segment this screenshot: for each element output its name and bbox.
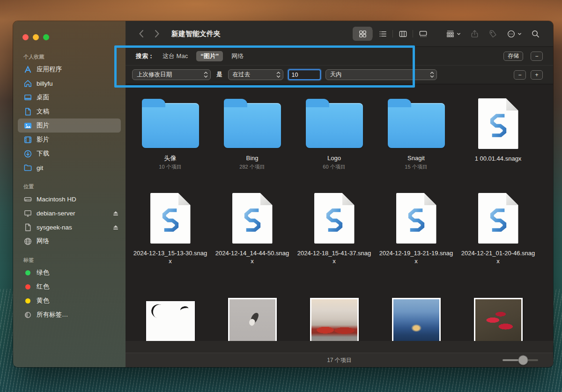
- filter-unit-dropdown[interactable]: 天内: [325, 69, 437, 80]
- film-icon: [23, 135, 32, 144]
- tags-button[interactable]: [486, 27, 500, 41]
- folder-icon: [23, 163, 32, 172]
- folder-icon: [142, 103, 199, 148]
- view-mode-control: [353, 27, 433, 41]
- filter-value-input[interactable]: [288, 69, 321, 80]
- sidebar-item-applications[interactable]: 应用程序: [18, 62, 121, 76]
- filter-verb-label: 是: [215, 71, 223, 79]
- folder-icon: [388, 103, 445, 148]
- sidebar-item-home[interactable]: billyfu: [18, 76, 121, 90]
- download-icon: [23, 149, 32, 158]
- document-icon: [23, 107, 32, 116]
- photos-icon: [23, 121, 32, 130]
- image-file-item[interactable]: [375, 298, 457, 341]
- zoom-window-button[interactable]: [43, 34, 49, 40]
- image-file-item[interactable]: [211, 298, 293, 341]
- sidebar-item-label: debian-server: [37, 210, 75, 217]
- sidebar-item-desktop[interactable]: 桌面: [18, 90, 121, 104]
- folder-icon: [306, 103, 363, 148]
- sidebar-item-all-tags[interactable]: 所有标签…: [18, 308, 121, 322]
- appstore-icon: [23, 65, 32, 74]
- yellow-tag-icon: [25, 298, 30, 303]
- filter-operator-dropdown[interactable]: 在过去: [228, 69, 283, 80]
- sidebar-item-tag-green[interactable]: 绿色: [18, 266, 121, 280]
- folder-item[interactable]: Bing 282 个项目: [211, 96, 293, 170]
- sidebar-item-label: billyfu: [37, 80, 53, 87]
- image-file-item[interactable]: [129, 298, 211, 341]
- image-file-item[interactable]: [293, 298, 375, 341]
- snagx-file-item[interactable]: 2024-12-14_14-44-50.snagx: [211, 190, 293, 265]
- sidebar-item-git[interactable]: git: [18, 161, 121, 175]
- more-actions-button[interactable]: [504, 27, 525, 41]
- sidebar-item-macintosh-hd[interactable]: Macintosh HD: [18, 192, 121, 206]
- image-file-item[interactable]: [457, 298, 539, 341]
- group-by-button[interactable]: [443, 27, 464, 41]
- icon-view-button[interactable]: [353, 27, 372, 41]
- snagx-file-icon: [314, 193, 355, 244]
- snagx-file-item[interactable]: 2024-12-18_15-41-37.snagx: [293, 190, 375, 265]
- winter-village-thumbnail: [310, 298, 359, 341]
- gallery-view-button[interactable]: [413, 27, 433, 41]
- status-bar: 17 个项目: [126, 353, 553, 367]
- grid-row-1: 头像 10 个项目 Bing 282 个项目 Logo 60 个项目: [129, 96, 553, 170]
- sidebar-item-pictures[interactable]: 图片: [18, 118, 121, 133]
- minimize-window-button[interactable]: [33, 34, 39, 40]
- snagx-file-item[interactable]: 2024-12-13_15-13-30.snagx: [129, 190, 211, 265]
- item-count-label: 17 个项目: [126, 356, 553, 364]
- slider-knob[interactable]: [518, 355, 528, 365]
- folder-item[interactable]: Logo 60 个项目: [293, 96, 375, 170]
- sidebar-item-downloads[interactable]: 下载: [18, 147, 121, 161]
- sidebar-item-tag-yellow[interactable]: 黄色: [18, 294, 121, 308]
- icon-size-slider[interactable]: [503, 359, 538, 361]
- sidebar-item-label: git: [37, 164, 43, 171]
- sidebar-item-documents[interactable]: 文稿: [18, 104, 121, 118]
- search-scope-bar: 搜索： 这台 Mac “图片” 网络 存储 −: [126, 47, 553, 66]
- sidebar-item-sysgeek-nas[interactable]: sysgeek-nas: [18, 220, 121, 234]
- add-criterion-button[interactable]: +: [531, 70, 543, 80]
- filter-field-dropdown[interactable]: 上次修改日期: [132, 69, 211, 80]
- save-search-button[interactable]: 存储: [503, 52, 523, 61]
- folder-item[interactable]: 头像 10 个项目: [129, 96, 211, 170]
- column-view-button[interactable]: [393, 27, 413, 41]
- back-button[interactable]: [135, 28, 147, 40]
- folder-icon: [224, 103, 281, 148]
- sidebar-item-movies[interactable]: 影片: [18, 133, 121, 147]
- sidebar-item-tag-red[interactable]: 红色: [18, 280, 121, 294]
- all-tags-icon: [23, 311, 32, 319]
- forward-button[interactable]: [151, 28, 163, 40]
- search-button[interactable]: [528, 27, 543, 41]
- folder-item[interactable]: Snagit 15 个项目: [375, 96, 457, 170]
- snagx-file-item[interactable]: 1 00.01.44.snagx: [457, 96, 539, 170]
- sidebar-item-label: 影片: [37, 135, 49, 144]
- home-icon: [23, 79, 32, 88]
- snagx-file-icon: [478, 98, 518, 149]
- sidebar-item-label: 绿色: [37, 268, 49, 277]
- scope-this-mac[interactable]: 这台 Mac: [162, 51, 189, 61]
- castle-night-thumbnail: [392, 298, 441, 341]
- scope-network[interactable]: 网络: [230, 51, 244, 61]
- snagx-file-item[interactable]: 2024-12-19_13-21-19.snagx: [375, 190, 457, 265]
- snagx-file-item[interactable]: 2024-12-21_01-20-46.snagx: [457, 190, 539, 265]
- eject-button[interactable]: [112, 209, 119, 217]
- remove-criterion-button[interactable]: −: [514, 70, 526, 80]
- eject-button[interactable]: [112, 223, 119, 231]
- remove-search-button[interactable]: −: [531, 52, 543, 61]
- close-window-button[interactable]: [22, 34, 29, 40]
- snagx-file-icon: [232, 193, 273, 244]
- footer: 17 个项目: [126, 341, 553, 367]
- sidebar-item-label: 应用程序: [37, 65, 62, 74]
- list-view-button[interactable]: [373, 27, 392, 41]
- window-controls: [13, 31, 126, 51]
- sidebar-item-label: 下载: [37, 149, 49, 158]
- filter-criteria-bar: 上次修改日期 是 在过去 天内 − +: [126, 66, 553, 84]
- red-tag-icon: [25, 284, 30, 289]
- file-grid: 头像 10 个项目 Bing 282 个项目 Logo 60 个项目: [126, 84, 553, 341]
- sidebar-item-debian-server[interactable]: debian-server: [18, 206, 121, 220]
- share-button[interactable]: [467, 27, 482, 41]
- scope-pictures-selected[interactable]: “图片”: [196, 51, 223, 61]
- sidebar-item-network[interactable]: 网络: [18, 234, 121, 248]
- stepper-icon: [276, 71, 281, 78]
- sidebar-item-label: 红色: [37, 282, 49, 291]
- snagx-file-icon: [478, 193, 518, 244]
- sketch-thumbnail: [146, 301, 195, 341]
